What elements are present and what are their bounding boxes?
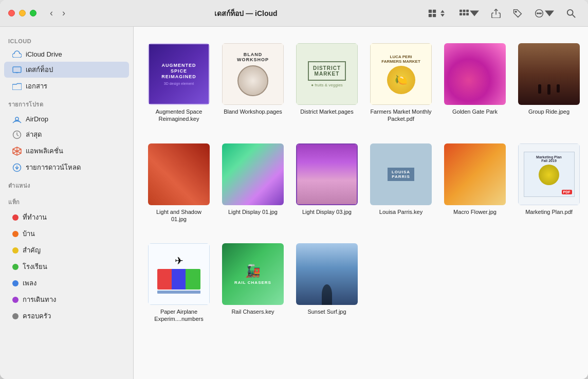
file-item-augmented[interactable]: AUGMENTEDSPICEREIMAGINED 3D design eleme…: [146, 39, 212, 127]
sort-button[interactable]: [455, 7, 483, 20]
file-item-louisa[interactable]: LOUISAPARRIS Louisa Parris.key: [368, 139, 434, 227]
sidebar-item-label: สำคัญ: [23, 245, 41, 256]
file-item-bland[interactable]: BLANDWORKSHOP Bland Workshop.pages: [220, 39, 286, 127]
sidebar-item-music[interactable]: เพลง: [4, 275, 129, 291]
sidebar-item-applications[interactable]: แอพพลิเคชั่น: [4, 143, 129, 159]
file-item-lightdisplay03[interactable]: Light Display 03.jpg: [294, 139, 360, 227]
tag-dot-family: [12, 313, 19, 319]
main-area: iCloud iCloud Drive เดสก์ท็อป: [0, 27, 588, 379]
sidebar-item-desktop[interactable]: เดสก์ท็อป: [4, 62, 129, 78]
file-thumb-groupride: [518, 43, 580, 105]
apps-icon: [12, 147, 22, 156]
sidebar-item-label: บ้าน: [23, 228, 35, 239]
svg-point-12: [537, 13, 538, 14]
search-button[interactable]: [562, 7, 580, 20]
maximize-button[interactable]: [30, 10, 36, 16]
clock-icon: [12, 130, 22, 139]
file-item-sunsetsurf[interactable]: Sunset Surf.jpg: [294, 239, 360, 327]
sidebar-section-icloud: iCloud: [0, 33, 133, 46]
svg-point-15: [567, 9, 573, 15]
svg-rect-1: [433, 9, 436, 12]
sidebar-item-important[interactable]: สำคัญ: [4, 242, 129, 258]
sidebar-item-label: เอกสาร: [26, 81, 47, 92]
sidebar-item-documents[interactable]: เอกสาร: [4, 78, 129, 94]
file-item-farmers[interactable]: Luca PeriFarmers Market 🍋 Farmers Market…: [368, 39, 434, 127]
file-item-marketing[interactable]: Marketing PlanFall 2019 PDF Marketing Pl…: [516, 139, 582, 227]
svg-rect-7: [460, 13, 462, 15]
file-item-paperairplane[interactable]: ✈ Paper Airplane Experim....numbers: [146, 239, 212, 327]
chevron-down-small-icon: [545, 9, 554, 18]
download-icon: [12, 163, 22, 172]
tag-dot-travel: [12, 297, 19, 303]
svg-rect-3: [433, 13, 436, 16]
file-content-area: AUGMENTEDSPICEREIMAGINED 3D design eleme…: [134, 27, 588, 379]
svg-line-16: [573, 14, 575, 17]
forward-button[interactable]: ›: [59, 7, 68, 20]
tag-button[interactable]: [509, 7, 526, 20]
share-icon: [491, 9, 501, 18]
file-thumb-lightandshadow: [148, 143, 210, 205]
file-item-groupride[interactable]: Group Ride.jpeg: [516, 39, 582, 127]
file-name-farmers: Farmers Market Monthly Packet.pdf: [370, 108, 432, 123]
file-name-goldengate: Golden Gate Park: [452, 108, 498, 115]
sidebar-item-label: iCloud Drive: [26, 50, 62, 58]
sidebar-item-label: ล่าสุด: [26, 129, 42, 140]
cloud-drive-icon: [12, 49, 22, 59]
file-thumb-district: DISTRICTMARKET ● fruits & veggies: [296, 43, 358, 105]
share-button[interactable]: [487, 7, 505, 20]
window-title: เดสก์ท็อป — iCloud: [68, 8, 424, 19]
tag-dot-important: [12, 247, 19, 254]
desktop-icon: [12, 65, 22, 75]
sidebar-item-travel[interactable]: การเดินทาง: [4, 292, 129, 308]
more-icon: [535, 9, 544, 18]
file-name-louisa: Louisa Parris.key: [379, 208, 422, 215]
file-thumb-farmers: Luca PeriFarmers Market 🍋: [370, 43, 432, 105]
sidebar-item-label: แอพพลิเคชั่น: [26, 146, 63, 156]
sidebar-item-airdrop[interactable]: AirDrop: [4, 112, 129, 126]
tag-dot-school: [12, 264, 19, 270]
file-name-marketing: Marketing Plan.pdf: [525, 208, 573, 215]
folder-documents-icon: [12, 82, 22, 91]
svg-rect-9: [466, 13, 469, 15]
svg-rect-8: [463, 13, 466, 15]
sidebar-item-downloads[interactable]: รายการดาวน์โหลด: [4, 159, 129, 175]
svg-point-10: [516, 11, 517, 12]
svg-point-13: [539, 13, 540, 14]
sidebar-section-tags: แท็ก: [0, 192, 133, 209]
sidebar-section-places: ตำแหน่ง: [0, 176, 133, 192]
file-name-macroflower: Macro Flower.jpg: [453, 208, 497, 215]
more-button[interactable]: [530, 7, 558, 20]
sidebar-item-label: ครอบครัว: [23, 311, 51, 321]
file-name-lightandshadow: Light and Shadow 01.jpg: [148, 208, 210, 223]
sidebar-item-icloud-drive[interactable]: iCloud Drive: [4, 47, 129, 61]
minimize-button[interactable]: [19, 10, 26, 16]
svg-rect-6: [466, 9, 469, 12]
file-name-groupride: Group Ride.jpeg: [528, 108, 569, 115]
file-item-lightandshadow[interactable]: Light and Shadow 01.jpg: [146, 139, 212, 227]
sidebar-item-work[interactable]: ที่ทำงาน: [4, 209, 129, 225]
file-thumb-railchasers: 🚂 Rail Chasers: [222, 243, 284, 305]
sidebar-item-recent[interactable]: ล่าสุด: [4, 127, 129, 142]
sidebar-item-label: ที่ทำงาน: [23, 212, 47, 223]
file-item-macroflower[interactable]: Macro Flower.jpg: [442, 139, 508, 227]
file-thumb-goldengate: [444, 43, 506, 105]
sidebar-item-school[interactable]: โรงเรียน: [4, 259, 129, 275]
file-item-goldengate[interactable]: Golden Gate Park: [442, 39, 508, 127]
sidebar-item-label: การเดินทาง: [23, 294, 56, 305]
svg-rect-17: [13, 67, 21, 73]
sort-grid-icon: [460, 9, 469, 18]
grid-icon: [428, 9, 437, 18]
close-button[interactable]: [8, 10, 15, 16]
chevron-updown-icon: [438, 9, 447, 18]
sidebar-item-home[interactable]: บ้าน: [4, 226, 129, 242]
file-item-railchasers[interactable]: 🚂 Rail Chasers Rail Chasers.key: [220, 239, 286, 327]
toolbar-actions: [424, 7, 580, 20]
file-thumb-marketing: Marketing PlanFall 2019 PDF: [518, 143, 580, 205]
file-thumb-sunsetsurf: [296, 243, 358, 305]
sidebar-item-family[interactable]: ครอบครัว: [4, 308, 129, 324]
view-toggle-button[interactable]: [424, 7, 451, 20]
file-item-district[interactable]: DISTRICTMARKET ● fruits & veggies Distri…: [294, 39, 360, 127]
file-name-railchasers: Rail Chasers.key: [231, 308, 274, 315]
file-item-lightdisplay01[interactable]: Light Display 01.jpg: [220, 139, 286, 227]
back-button[interactable]: ‹: [47, 7, 56, 20]
